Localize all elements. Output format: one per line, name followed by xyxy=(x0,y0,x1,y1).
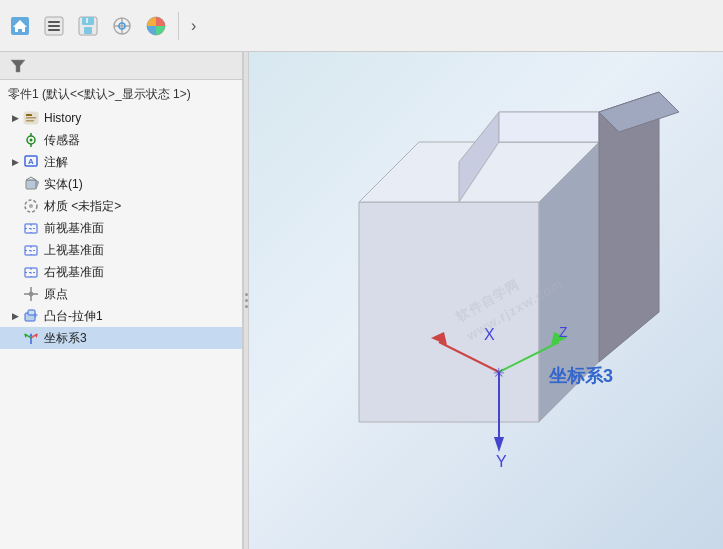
svg-marker-28 xyxy=(36,180,39,189)
svg-rect-3 xyxy=(48,21,60,23)
tree-item-material-label: 材质 <未指定> xyxy=(44,198,121,215)
tree-item-solid[interactable]: 实体(1) xyxy=(0,173,242,195)
save-toolbar-button[interactable] xyxy=(72,10,104,42)
splitter-dot-1 xyxy=(245,293,248,296)
tree-item-origin-label: 原点 xyxy=(44,286,68,303)
tree-item-boss-label: 凸台-拉伸1 xyxy=(44,308,103,325)
3d-model: X Z Y 坐标系3 ✳ xyxy=(299,82,719,532)
toolbar-more-button[interactable]: › xyxy=(185,13,202,39)
tree-item-annotation[interactable]: ▶ A 注解 xyxy=(0,151,242,173)
material-icon xyxy=(22,197,40,215)
toolbar-separator xyxy=(178,12,179,40)
viewport[interactable]: 软件自学网 www.rjzxw.com xyxy=(249,52,723,549)
annotation-icon: A xyxy=(22,153,40,171)
svg-marker-45 xyxy=(35,313,38,318)
filter-icon xyxy=(10,58,26,74)
filter-button[interactable] xyxy=(6,54,30,78)
list-toolbar-button[interactable] xyxy=(38,10,70,42)
svg-marker-49 xyxy=(30,333,33,336)
target-toolbar-button[interactable] xyxy=(106,10,138,42)
tree-item-boss[interactable]: ▶ 凸台-拉伸1 xyxy=(0,305,242,327)
svg-text:A: A xyxy=(28,157,34,166)
tree-item-right-plane-label: 右视基准面 xyxy=(44,264,104,281)
tree-item-top-plane-label: 上视基准面 xyxy=(44,242,104,259)
tree-item-sensor-label: 传感器 xyxy=(44,132,80,149)
color-icon xyxy=(145,15,167,37)
expand-arrow-boss[interactable]: ▶ xyxy=(8,311,22,321)
history-icon xyxy=(22,109,40,127)
tree-item-history[interactable]: ▶ History xyxy=(0,107,242,129)
svg-text:Y: Y xyxy=(496,453,507,470)
tree-panel[interactable]: 零件1 (默认<<默认>_显示状态 1>) ▶ History xyxy=(0,80,242,549)
svg-text:坐标系3: 坐标系3 xyxy=(548,366,613,386)
svg-rect-9 xyxy=(86,18,88,23)
origin-icon xyxy=(22,285,40,303)
tree-item-coord3-label: 坐标系3 xyxy=(44,330,87,347)
svg-rect-8 xyxy=(84,27,92,34)
home-toolbar-button[interactable] xyxy=(4,10,36,42)
svg-marker-57 xyxy=(499,112,599,142)
svg-rect-4 xyxy=(48,25,60,27)
svg-marker-61 xyxy=(494,437,504,452)
svg-marker-52 xyxy=(359,202,539,422)
svg-rect-44 xyxy=(28,310,35,315)
tree-item-sensor[interactable]: 传感器 xyxy=(0,129,242,151)
boss-icon xyxy=(22,307,40,325)
svg-text:X: X xyxy=(484,326,495,343)
tree-item-material[interactable]: 材质 <未指定> xyxy=(0,195,242,217)
svg-marker-58 xyxy=(599,92,659,362)
tree-item-top-plane[interactable]: 上视基准面 xyxy=(0,239,242,261)
filter-bar xyxy=(0,52,242,80)
svg-text:Z: Z xyxy=(559,324,568,340)
solid-icon xyxy=(22,175,40,193)
tree-item-front-plane-label: 前视基准面 xyxy=(44,220,104,237)
sensor-icon xyxy=(22,131,40,149)
svg-rect-18 xyxy=(26,117,36,119)
svg-point-30 xyxy=(29,204,33,208)
tree-item-origin[interactable]: 原点 xyxy=(0,283,242,305)
svg-rect-19 xyxy=(26,120,34,122)
color-toolbar-button[interactable] xyxy=(140,10,172,42)
target-icon xyxy=(111,15,133,37)
svg-text:✳: ✳ xyxy=(493,365,505,381)
svg-marker-15 xyxy=(11,60,25,72)
svg-point-21 xyxy=(30,139,33,142)
tree-item-front-plane[interactable]: 前视基准面 xyxy=(0,217,242,239)
top-plane-icon xyxy=(22,241,40,259)
list-icon xyxy=(43,15,65,37)
save-icon xyxy=(77,15,99,37)
right-plane-icon xyxy=(22,263,40,281)
svg-rect-5 xyxy=(48,29,60,31)
splitter-handle xyxy=(245,293,248,308)
svg-marker-27 xyxy=(26,177,36,180)
svg-rect-26 xyxy=(26,180,36,189)
front-plane-icon xyxy=(22,219,40,237)
splitter-dot-3 xyxy=(245,305,248,308)
tree-item-coord3[interactable]: 坐标系3 xyxy=(0,327,242,349)
tree-item-annotation-label: 注解 xyxy=(44,154,68,171)
splitter-dot-2 xyxy=(245,299,248,302)
coord3-icon xyxy=(22,329,40,347)
tree-root-label: 零件1 (默认<<默认>_显示状态 1>) xyxy=(0,82,242,107)
home-icon xyxy=(9,15,31,37)
main-area: 零件1 (默认<<默认>_显示状态 1>) ▶ History xyxy=(0,52,723,549)
toolbar: › xyxy=(0,0,723,52)
svg-rect-17 xyxy=(26,114,32,116)
left-panel: 零件1 (默认<<默认>_显示状态 1>) ▶ History xyxy=(0,52,243,549)
tree-item-history-label: History xyxy=(44,111,81,125)
expand-arrow-annotation[interactable]: ▶ xyxy=(8,157,22,167)
expand-arrow-history[interactable]: ▶ xyxy=(8,113,22,123)
tree-item-solid-label: 实体(1) xyxy=(44,176,83,193)
tree-item-right-plane[interactable]: 右视基准面 xyxy=(0,261,242,283)
